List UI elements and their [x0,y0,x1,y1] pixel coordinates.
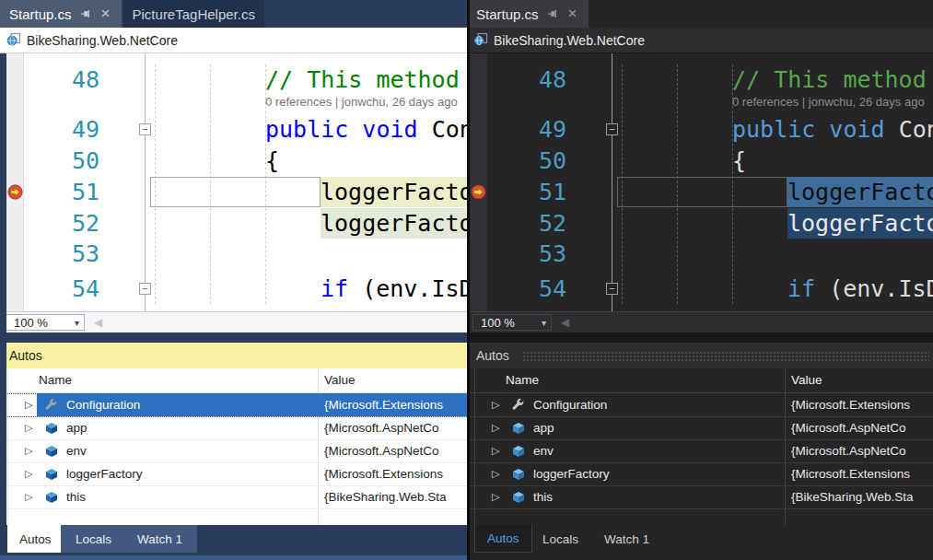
collapse-icon[interactable]: − [606,283,618,295]
variable-name: env [533,439,554,462]
editor-zoombar: 100 % ▾ ◀ [467,311,933,332]
table-row-env[interactable]: ▷ env {Microsoft.AspNetCo [0,439,467,463]
table-row-app[interactable]: ▷ app {Microsoft.AspNetCo [467,416,933,440]
cube-field-icon [44,467,59,482]
column-header-value[interactable]: Value [791,368,822,392]
project-name: BikeSharing.Web.NetCore [494,33,645,48]
chrome-strip [467,553,933,560]
autos-panel-header[interactable]: Autos [467,343,933,368]
tab-autos[interactable]: Autos [474,525,532,553]
light-theme-pane: Startup.cs × PictureTagHelper.cs BikeSha… [0,0,467,560]
panel-separator [0,332,467,343]
expander-icon[interactable]: ▷ [25,462,32,485]
expander-icon[interactable]: ▷ [492,393,499,416]
cube-field-icon [44,421,59,436]
table-row-loggerfactory[interactable]: ▷ loggerFactory {Microsoft.Extensions [0,462,467,486]
status-bar [0,555,467,560]
zoom-select[interactable]: 100 % ▾ [472,314,552,331]
expander-icon[interactable]: ▷ [25,485,32,508]
line-number: 49 [485,114,566,145]
breakpoint-current-statement-icon[interactable] [471,184,486,200]
tab-watch1[interactable]: Watch 1 [137,532,182,546]
zoom-value: 100 % [14,316,48,330]
line-number: 48 [18,64,99,95]
cube-field-icon [44,444,59,459]
code-editor[interactable]: 48 // This method 0 references | jonwchu… [467,53,933,311]
pin-icon[interactable] [546,7,559,20]
expander-icon[interactable]: ▷ [492,439,499,462]
code-line: { [265,146,279,176]
variable-name: this [533,485,553,508]
zoom-value: 100 % [481,316,515,330]
line-number: 54 [18,274,99,304]
line-number: 52 [485,208,566,239]
expander-icon[interactable]: ▷ [492,485,499,508]
tab-picturetaghelper-cs[interactable]: PictureTagHelper.cs [123,0,264,28]
panel-title: Autos [476,348,509,363]
expander-icon[interactable]: ▷ [492,416,499,439]
panel-title: Autos [9,348,42,363]
tab-watch1[interactable]: Watch 1 [604,532,649,546]
project-navbar[interactable]: BikeSharing.Web.NetCore [0,28,467,53]
table-row-this[interactable]: ▷ this {BikeSharing.Web.Sta [467,485,933,509]
tab-locals[interactable]: Locals [542,532,578,546]
code-line: loggerFacto [787,208,933,239]
table-row-env[interactable]: ▷ env {Microsoft.AspNetCo [467,439,933,463]
column-header-name[interactable]: Name [506,368,539,392]
window-edge [467,0,470,560]
scroll-left-icon[interactable]: ◀ [561,316,569,329]
expander-icon[interactable]: ▷ [492,462,499,485]
pin-icon[interactable] [79,7,92,20]
close-icon[interactable]: × [99,7,112,20]
inactive-panel-tabs: Locals Watch 1 [61,525,197,553]
variable-name: env [66,439,87,462]
project-navbar[interactable]: BikeSharing.Web.NetCore [467,28,933,53]
column-header-name[interactable]: Name [39,368,72,392]
table-row-configuration[interactable]: ▷ Configuration {Microsoft.Extensions [0,393,467,417]
close-icon[interactable]: × [566,7,579,20]
line-number: 54 [485,274,566,304]
table-row-this[interactable]: ▷ this {BikeSharing.Web.Sta [0,485,467,509]
codelens-references[interactable]: 0 references | jonwchu, 26 days ago [265,92,458,112]
line-number: 53 [485,239,566,269]
line-number: 48 [485,64,566,95]
table-row-configuration[interactable]: ▷ Configuration {Microsoft.Extensions [467,393,933,417]
tab-autos[interactable]: Autos [7,525,64,553]
codelens-references[interactable]: 0 references | jonwchu, 26 days ago [732,92,925,112]
project-name: BikeSharing.Web.NetCore [27,33,178,48]
code-line: // This method [265,64,467,95]
line-number: 51 [18,177,99,207]
expander-icon[interactable]: ▷ [25,393,32,416]
collapse-icon[interactable]: − [139,123,151,135]
tab-locals[interactable]: Locals [76,532,111,546]
cube-field-icon [511,467,526,482]
line-number: 51 [485,177,566,207]
table-row-app[interactable]: ▷ app {Microsoft.AspNetCo [0,416,467,440]
wrench-property-icon [511,398,526,413]
chevron-down-icon: ▾ [542,318,546,328]
variable-name: loggerFactory [533,462,610,485]
tab-label: PictureTagHelper.cs [133,6,255,22]
column-header-value[interactable]: Value [324,368,356,392]
variable-value: {Microsoft.AspNetCo [324,439,439,462]
tab-startup-cs[interactable]: Startup.cs × [467,0,589,28]
current-line-border [150,177,321,207]
expander-icon[interactable]: ▷ [25,416,32,439]
scroll-left-icon[interactable]: ◀ [94,316,102,329]
variable-value: {Microsoft.Extensions [324,393,443,416]
collapse-icon[interactable]: − [139,283,151,295]
expander-icon[interactable]: ▷ [25,439,32,462]
code-line: loggerFacto [787,177,933,207]
variable-name: app [66,416,87,439]
variable-name: Configuration [66,393,140,416]
tab-startup-cs[interactable]: Startup.cs × [0,0,122,28]
code-editor[interactable]: 48 // This method 0 references | jonwchu… [0,53,467,311]
line-number: 50 [18,146,99,176]
cube-field-icon [511,490,526,505]
variable-name: Configuration [533,393,607,416]
autos-panel-header[interactable]: Autos [0,343,467,368]
zoom-select[interactable]: 100 % ▾ [6,314,85,331]
table-row-loggerfactory[interactable]: ▷ loggerFactory {Microsoft.Extensions [467,462,933,486]
collapse-icon[interactable]: − [606,123,618,135]
project-icon [6,32,21,49]
